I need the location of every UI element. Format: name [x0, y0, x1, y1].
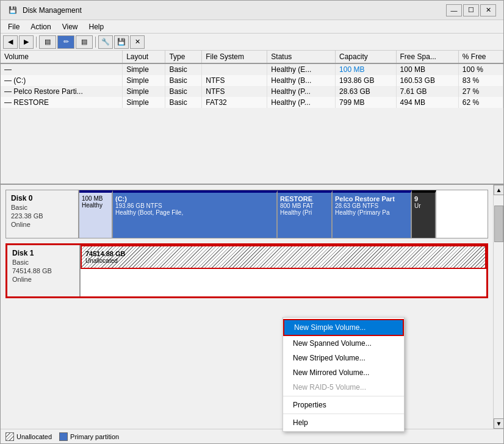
cell-status: Healthy (B... [267, 75, 336, 86]
legend-unalloc-box [5, 432, 14, 441]
table-row[interactable]: — Simple Basic Healthy (E... 100 MB 100 … [1, 63, 503, 75]
disk-0-type: Basic [11, 204, 73, 211]
ctx-properties[interactable]: Properties [283, 398, 404, 412]
disk-0-partitions: 100 MB Healthy (C:) 193.86 GB NTFS Healt… [79, 190, 488, 238]
toolbar-btn-2[interactable]: ✏ [57, 35, 74, 49]
title-bar: 💾 Disk Management — ☐ ✕ [1, 1, 503, 20]
disk-0-part-restore[interactable]: RESTORE 800 MB FAT Healthy (Pri [278, 190, 333, 238]
col-status[interactable]: Status [267, 51, 336, 63]
cell-layout: Simple [123, 75, 165, 86]
ctx-new-spanned[interactable]: New Spanned Volume... [283, 336, 404, 351]
maximize-button[interactable]: ☐ [463, 4, 479, 16]
col-capacity[interactable]: Capacity [336, 51, 397, 63]
cell-volume: — (C:) [1, 75, 123, 86]
table-row[interactable]: — RESTORE Simple Basic FAT32 Healthy (P.… [1, 97, 503, 108]
cell-pct: 27 % [458, 86, 503, 97]
disk-1-label: Disk 1 Basic 74514.88 GB Online [7, 245, 81, 296]
menu-bar: File Action View Help [1, 20, 503, 34]
col-pct[interactable]: % Free [458, 51, 503, 63]
cell-type: Basic [165, 75, 202, 86]
cell-type: Basic [165, 63, 202, 75]
ctx-help[interactable]: Help [283, 415, 404, 430]
cell-volume: — Pelco Restore Parti... [1, 86, 123, 97]
col-volume[interactable]: Volume [1, 51, 123, 63]
ctx-new-simple[interactable]: New Simple Volume... [283, 319, 404, 336]
cell-free: 160.53 GB [396, 75, 458, 86]
disk-1-size: 74514.88 GB [12, 267, 74, 274]
col-filesystem[interactable]: File System [202, 51, 267, 63]
ctx-new-mirrored[interactable]: New Mirrored Volume... [283, 365, 404, 380]
cell-pct: 62 % [458, 97, 503, 108]
cell-capacity: 28.63 GB [336, 86, 397, 97]
legend-primary-label: Primary partition [70, 433, 119, 440]
scroll-thumb[interactable] [494, 206, 503, 242]
toolbar-btn-4[interactable]: 🔧 [98, 35, 113, 49]
toolbar-btn-6[interactable]: ✕ [130, 35, 145, 49]
menu-file[interactable]: File [3, 21, 24, 32]
cell-status: Healthy (P... [267, 97, 336, 108]
menu-action[interactable]: Action [26, 21, 56, 32]
legend-primary: Primary partition [59, 432, 119, 441]
disk-0-size: 223.38 GB [11, 212, 73, 220]
cell-status: Healthy (E... [267, 63, 336, 75]
cell-free: 494 MB [396, 97, 458, 108]
disk-0-part-5[interactable]: 9 Ur [412, 190, 436, 238]
disk-1-id: Disk 1 [12, 249, 74, 257]
disk-0-status: Online [11, 221, 73, 228]
title-controls: — ☐ ✕ [446, 4, 496, 16]
close-button[interactable]: ✕ [480, 4, 496, 16]
context-menu: New Simple Volume... New Spanned Volume.… [283, 317, 405, 432]
toolbar-btn-5[interactable]: 💾 [114, 35, 129, 49]
toolbar-btn-3[interactable]: ▤ [76, 35, 93, 49]
cell-capacity: 799 MB [336, 97, 397, 108]
cell-type: Basic [165, 97, 202, 108]
disk-1-unallocated[interactable]: 74514.88 GB Unallocated [81, 245, 486, 269]
table-row[interactable]: — Pelco Restore Parti... Simple Basic NT… [1, 86, 503, 97]
cell-volume: — RESTORE [1, 97, 123, 108]
disk-1-type: Basic [12, 259, 74, 266]
unalloc-label: Unallocated [85, 257, 481, 264]
vertical-scrollbar[interactable]: ▲ ▼ [493, 185, 503, 429]
cell-type: Basic [165, 86, 202, 97]
toolbar: ◀ ▶ ▤ ✏ ▤ 🔧 💾 ✕ [1, 34, 503, 51]
col-layout[interactable]: Layout [123, 51, 165, 63]
app-icon: 💾 [8, 5, 18, 15]
cell-layout: Simple [123, 63, 165, 75]
volume-table-panel: Volume Layout Type File System Status Ca… [1, 51, 503, 185]
table-row[interactable]: — (C:) Simple Basic NTFS Healthy (B... 1… [1, 75, 503, 86]
disk-0-row: Disk 0 Basic 223.38 GB Online 100 MB Hea… [5, 190, 488, 238]
forward-button[interactable]: ▶ [19, 35, 34, 49]
cell-filesystem: NTFS [202, 86, 267, 97]
main-window: 💾 Disk Management — ☐ ✕ File Action View… [0, 0, 504, 444]
cell-pct: 100 % [458, 63, 503, 75]
menu-view[interactable]: View [57, 21, 83, 32]
cell-layout: Simple [123, 97, 165, 108]
disk-1-status: Online [12, 276, 74, 283]
ctx-new-striped[interactable]: New Striped Volume... [283, 351, 404, 365]
cell-capacity: 193.86 GB [336, 75, 397, 86]
title-bar-left: 💾 Disk Management [8, 5, 82, 15]
menu-help[interactable]: Help [84, 21, 109, 32]
cell-free: 7.61 GB [396, 86, 458, 97]
scroll-down[interactable]: ▼ [494, 418, 503, 429]
ctx-sep-2 [283, 414, 404, 414]
legend-unallocated: Unallocated [5, 432, 52, 441]
minimize-button[interactable]: — [446, 4, 462, 16]
window-title: Disk Management [23, 6, 82, 15]
cell-volume: — [1, 63, 123, 75]
back-button[interactable]: ◀ [3, 35, 18, 49]
col-free[interactable]: Free Spa... [396, 51, 458, 63]
disk-0-part-pelco[interactable]: Pelco Restore Part 28.63 GB NTFS Healthy… [333, 190, 412, 238]
volume-table: Volume Layout Type File System Status Ca… [1, 51, 503, 108]
legend-primary-box [59, 432, 68, 441]
col-type[interactable]: Type [165, 51, 202, 63]
cell-free: 100 MB [396, 63, 458, 75]
cell-capacity: 100 MB [336, 63, 397, 75]
scroll-up[interactable]: ▲ [494, 185, 503, 195]
disk-1-row: Disk 1 Basic 74514.88 GB Online 74514.88… [5, 243, 488, 298]
disk-0-part-c[interactable]: (C:) 193.86 GB NTFS Healthy (Boot, Page … [113, 190, 278, 238]
toolbar-btn-1[interactable]: ▤ [39, 35, 56, 49]
disk-0-label: Disk 0 Basic 223.38 GB Online [6, 190, 79, 238]
disk-0-part-1[interactable]: 100 MB Healthy [79, 190, 113, 238]
main-content: Volume Layout Type File System Status Ca… [1, 51, 503, 443]
